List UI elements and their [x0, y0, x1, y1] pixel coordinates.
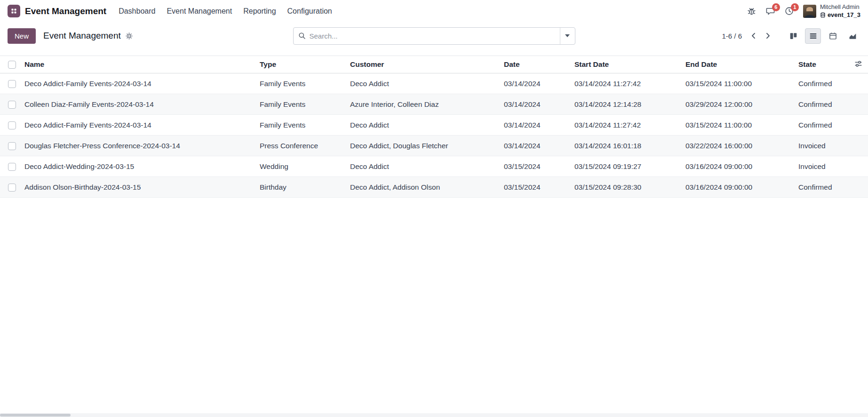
cell-name: Deco Addict-Wedding-2024-03-15	[21, 156, 256, 177]
row-checkbox[interactable]	[8, 101, 16, 109]
row-checkbox[interactable]	[8, 121, 16, 129]
cell-state: Confirmed	[795, 177, 849, 198]
horizontal-scrollbar-track[interactable]	[0, 413, 868, 417]
column-header-customer[interactable]: Customer	[346, 56, 500, 73]
row-checkbox-cell	[0, 136, 21, 156]
cell-spacer	[849, 136, 868, 156]
column-header-state[interactable]: State	[795, 56, 849, 73]
cell-spacer	[849, 115, 868, 136]
cell-date: 03/14/2024	[500, 94, 571, 115]
cell-start-date: 03/14/2024 12:14:28	[571, 94, 682, 115]
messages-icon[interactable]: 6	[765, 6, 776, 16]
cell-state: Invoiced	[795, 136, 849, 156]
view-kanban-button[interactable]	[785, 28, 801, 44]
cell-start-date: 03/14/2024 11:27:42	[571, 73, 682, 94]
search-field-area	[294, 28, 560, 44]
view-graph-button[interactable]	[844, 28, 860, 44]
menu-event-management[interactable]: Event Management	[161, 3, 238, 19]
table-row[interactable]: Colleen Diaz-Family Events-2024-03-14 Fa…	[0, 94, 868, 115]
cell-type: Family Events	[256, 73, 346, 94]
action-gear-icon[interactable]	[126, 32, 133, 40]
cell-spacer	[849, 177, 868, 198]
breadcrumb-title: Event Management	[43, 31, 121, 41]
cell-customer: Deco Addict, Addison Olson	[346, 177, 500, 198]
cell-start-date: 03/15/2024 09:19:27	[571, 156, 682, 177]
column-header-start-date[interactable]: Start Date	[571, 56, 682, 73]
cell-name: Addison Olson-Birthday-2024-03-15	[21, 177, 256, 198]
cell-type: Family Events	[256, 115, 346, 136]
cell-type: Press Conference	[256, 136, 346, 156]
table-body: Deco Addict-Family Events-2024-03-14 Fam…	[0, 73, 868, 198]
pager-range: 1-6 / 6	[722, 32, 742, 40]
cell-end-date: 03/16/2024 09:00:00	[682, 156, 795, 177]
graph-view-icon	[849, 32, 857, 40]
debug-bug-icon[interactable]	[747, 6, 757, 16]
menu-configuration[interactable]: Configuration	[282, 3, 338, 19]
chevron-left-icon	[749, 32, 758, 40]
chevron-right-icon	[764, 32, 772, 40]
cell-customer: Deco Addict	[346, 115, 500, 136]
view-calendar-button[interactable]	[825, 28, 841, 44]
list-view-icon	[809, 32, 817, 40]
control-panel-right: 1-6 / 6	[722, 28, 860, 44]
optional-columns-icon[interactable]	[854, 60, 862, 68]
cell-customer: Deco Addict	[346, 73, 500, 94]
row-checkbox-cell	[0, 177, 21, 198]
cell-name: Deco Addict-Family Events-2024-03-14	[21, 73, 256, 94]
table-row[interactable]: Deco Addict-Family Events-2024-03-14 Fam…	[0, 73, 868, 94]
row-checkbox[interactable]	[8, 163, 16, 171]
column-header-type[interactable]: Type	[256, 56, 346, 73]
row-checkbox-cell	[0, 115, 21, 136]
column-header-end-date[interactable]: End Date	[682, 56, 795, 73]
horizontal-scrollbar-thumb[interactable]	[0, 414, 71, 417]
cell-end-date: 03/15/2024 11:00:00	[682, 73, 795, 94]
messages-count-badge: 6	[772, 3, 780, 11]
view-switcher	[785, 28, 860, 44]
cell-name: Colleen Diaz-Family Events-2024-03-14	[21, 94, 256, 115]
menu-reporting[interactable]: Reporting	[238, 3, 281, 19]
cell-state: Confirmed	[795, 115, 849, 136]
cell-date: 03/14/2024	[500, 115, 571, 136]
search-dropdown-toggle[interactable]	[560, 28, 575, 44]
cell-state: Confirmed	[795, 94, 849, 115]
search-input[interactable]	[310, 32, 555, 40]
select-all-checkbox[interactable]	[8, 61, 16, 69]
grid-icon	[10, 8, 17, 15]
activities-count-badge: 1	[791, 3, 799, 11]
cell-type: Family Events	[256, 94, 346, 115]
app-brand-title[interactable]: Event Management	[25, 6, 106, 16]
list-view: Name Type Customer Date Start Date End D…	[0, 56, 868, 198]
cell-end-date: 03/16/2024 09:00:00	[682, 177, 795, 198]
pager-next-button[interactable]	[761, 28, 775, 43]
column-header-name[interactable]: Name	[21, 56, 256, 73]
menu-dashboard[interactable]: Dashboard	[113, 3, 161, 19]
view-list-button[interactable]	[805, 28, 821, 44]
main-menu: Dashboard Event Management Reporting Con…	[113, 3, 338, 19]
optional-columns-cell	[849, 56, 868, 73]
table-row[interactable]: Deco Addict-Family Events-2024-03-14 Fam…	[0, 115, 868, 136]
kanban-view-icon	[789, 32, 797, 40]
cell-state: Confirmed	[795, 73, 849, 94]
new-button[interactable]: New	[8, 28, 36, 44]
pager-previous-button[interactable]	[747, 28, 761, 43]
cell-type: Birthday	[256, 177, 346, 198]
activities-clock-icon[interactable]: 1	[784, 6, 795, 16]
row-checkbox[interactable]	[8, 142, 16, 150]
app-menu-icon[interactable]	[8, 5, 20, 17]
row-checkbox[interactable]	[8, 80, 16, 88]
column-header-date[interactable]: Date	[500, 56, 571, 73]
cell-date: 03/14/2024	[500, 73, 571, 94]
row-checkbox[interactable]	[8, 184, 16, 192]
top-navbar: Event Management Dashboard Event Managem…	[0, 0, 868, 22]
cell-customer: Deco Addict	[346, 156, 500, 177]
database-name: event_17_3	[828, 11, 860, 19]
row-checkbox-cell	[0, 156, 21, 177]
table-row[interactable]: Deco Addict-Wedding-2024-03-15 Wedding D…	[0, 156, 868, 177]
table-row[interactable]: Addison Olson-Birthday-2024-03-15 Birthd…	[0, 177, 868, 198]
control-panel: New Event Management 1-6 / 6	[0, 22, 868, 49]
cell-spacer	[849, 156, 868, 177]
table-row[interactable]: Douglas Fletcher-Press Conference-2024-0…	[0, 136, 868, 156]
cell-spacer	[849, 94, 868, 115]
user-menu[interactable]: Mitchell Admin event_17_3	[803, 3, 860, 19]
cell-end-date: 03/15/2024 11:00:00	[682, 115, 795, 136]
